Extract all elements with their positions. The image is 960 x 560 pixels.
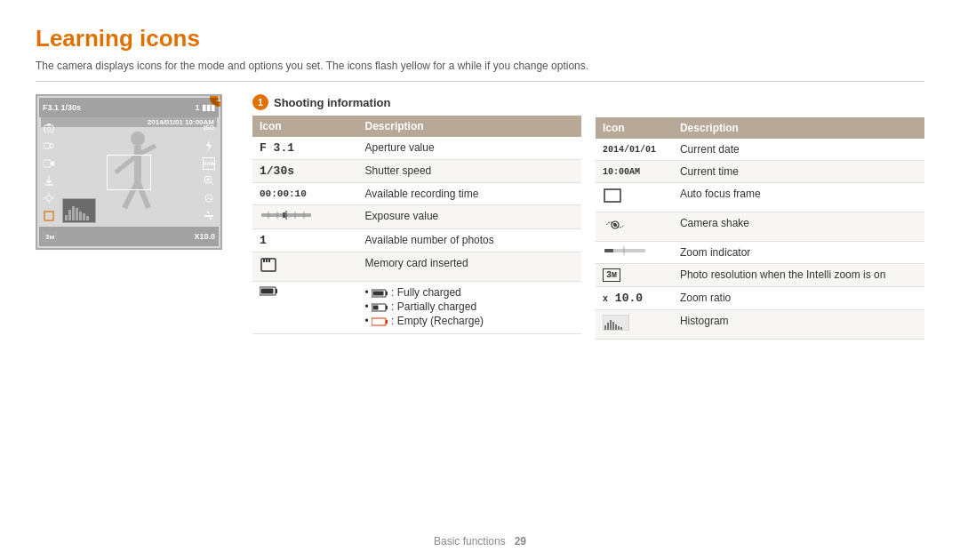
table-section-2: Icon Description 2014/01/01 Current date… (596, 94, 924, 340)
shooting-info-table: Icon Description F 3.1 Aperture value 1/… (252, 116, 581, 334)
icon-histogram (596, 310, 673, 340)
camera-screen: 1 F3.1 1/30s 1 ▮▮▮ 2014/01/01 10:00AM (36, 94, 222, 250)
svg-rect-49 (276, 289, 277, 293)
cam-icon-hdr (43, 140, 55, 152)
icon-aperture: F 3.1 (252, 137, 358, 160)
icon-zoom-ratio: x 10.0 (596, 287, 673, 310)
cam-icon-camera (43, 122, 55, 134)
cam-icon-zoom-in (203, 174, 215, 187)
table-row: x 10.0 Zoom ratio (596, 287, 924, 310)
svg-rect-46 (266, 259, 268, 262)
content-row: 1 F3.1 1/30s 1 ▮▮▮ 2014/01/01 10:00AM (36, 94, 924, 340)
table-row: 1/30s Shutter speed (252, 160, 581, 183)
cam-left-icons (39, 119, 59, 225)
svg-rect-5 (44, 160, 51, 167)
table-row: : Fully charged : Partially charged : Em… (252, 282, 581, 334)
table-row: Auto focus frame (596, 183, 924, 212)
cam-icon-iso: ISO (203, 122, 215, 134)
table-row: Histogram (596, 310, 924, 340)
page-container: Learning icons The camera displays icons… (0, 0, 960, 357)
icon-shutter: 1/30s (252, 160, 358, 183)
table-row: F 3.1 Aperture value (252, 137, 581, 160)
cam-icon-download (43, 174, 55, 187)
svg-rect-59 (604, 189, 620, 202)
svg-rect-33 (76, 208, 78, 220)
battery-partial-item: : Partially charged (365, 300, 574, 313)
cam-icon-flash (203, 140, 215, 152)
focus-rectangle (107, 155, 151, 190)
cam-icon-grid (43, 210, 55, 222)
svg-rect-31 (68, 210, 71, 220)
svg-rect-47 (268, 259, 270, 262)
svg-rect-32 (72, 206, 75, 220)
svg-marker-6 (51, 161, 54, 166)
icon-time: 10:00AM (596, 161, 673, 183)
footer: Basic functions 29 (0, 535, 960, 548)
cam-resolution: 3м (43, 232, 57, 242)
svg-rect-30 (65, 215, 68, 220)
svg-rect-68 (610, 320, 612, 330)
svg-rect-14 (44, 212, 53, 220)
svg-point-1 (47, 127, 51, 131)
svg-rect-69 (612, 322, 614, 330)
svg-rect-56 (373, 305, 379, 309)
tables-area: 1 Shooting information Icon Description … (252, 94, 924, 340)
svg-rect-67 (607, 323, 609, 330)
cam-count-battery: 1 ▮▮▮ (195, 103, 215, 112)
cam-aperture-speed: F3.1 1/30s (43, 103, 81, 112)
svg-rect-58 (386, 320, 388, 324)
svg-rect-38 (283, 212, 285, 218)
svg-rect-70 (615, 324, 617, 330)
svg-rect-53 (373, 291, 384, 295)
page-title: Learning icons (36, 25, 924, 52)
desc-af-frame: Auto focus frame (673, 183, 924, 212)
svg-rect-50 (261, 289, 274, 294)
icon-date: 2014/01/01 (596, 139, 673, 161)
table-row: 3м Photo resolution when the Intelli zoo… (596, 264, 924, 287)
desc-memcard: Memory card inserted (358, 252, 581, 282)
svg-rect-21 (204, 215, 213, 217)
table-row: 00:00:10 Available recording time (252, 183, 581, 205)
table-row: 10:00AM Current time (596, 161, 924, 183)
svg-rect-71 (618, 326, 620, 330)
icon-af-frame (596, 183, 673, 212)
desc-zoom-ratio: Zoom ratio (673, 287, 924, 310)
icon-intelli-zoom: 3м (596, 264, 673, 287)
svg-rect-0 (44, 125, 53, 132)
section-title: 1 Shooting information (252, 94, 581, 110)
battery-empty-item: : Empty (Recharge) (365, 315, 574, 327)
icon-photos-num: 1 (252, 229, 358, 252)
svg-point-4 (50, 143, 54, 148)
icon-zoom-indicator (596, 242, 673, 264)
cam-right-icons: ISO RAW (199, 119, 219, 225)
svg-point-61 (613, 223, 617, 227)
desc-shutter: Shutter speed (358, 160, 581, 183)
table2-header-icon: Icon (596, 117, 673, 139)
icon-exposure (252, 205, 358, 229)
svg-rect-55 (386, 306, 388, 309)
table-row: Camera shake (596, 212, 924, 242)
camera-top-bar: F3.1 1/30s 1 ▮▮▮ (39, 98, 219, 117)
table-row: 2014/01/01 Current date (596, 139, 924, 161)
svg-rect-66 (604, 325, 606, 330)
svg-point-9 (46, 196, 52, 201)
svg-rect-2 (47, 124, 51, 125)
desc-recording-time: Available recording time (358, 183, 581, 205)
cam-icon-focus (43, 192, 55, 204)
svg-marker-15 (206, 140, 212, 151)
section-number: 1 (252, 94, 268, 110)
icon-recording-time: 00:00:10 (252, 183, 358, 205)
table-section-1: 1 Shooting information Icon Description … (252, 94, 581, 340)
svg-rect-22 (207, 212, 209, 213)
table-row: Zoom indicator (596, 242, 924, 264)
desc-battery: : Fully charged : Partially charged : Em… (358, 282, 581, 334)
cam-icon-stabilize (203, 192, 215, 204)
desc-intelli-zoom: Photo resolution when the Intelli zoom i… (673, 264, 924, 287)
svg-rect-57 (372, 318, 386, 325)
battery-full-item: : Fully charged (365, 286, 574, 299)
footer-text: Basic functions (434, 535, 506, 548)
icon-memcard (252, 252, 358, 282)
shooting-info-table2: Icon Description 2014/01/01 Current date… (596, 117, 924, 340)
cam-icon-video (43, 157, 55, 170)
desc-time: Current time (673, 161, 924, 183)
